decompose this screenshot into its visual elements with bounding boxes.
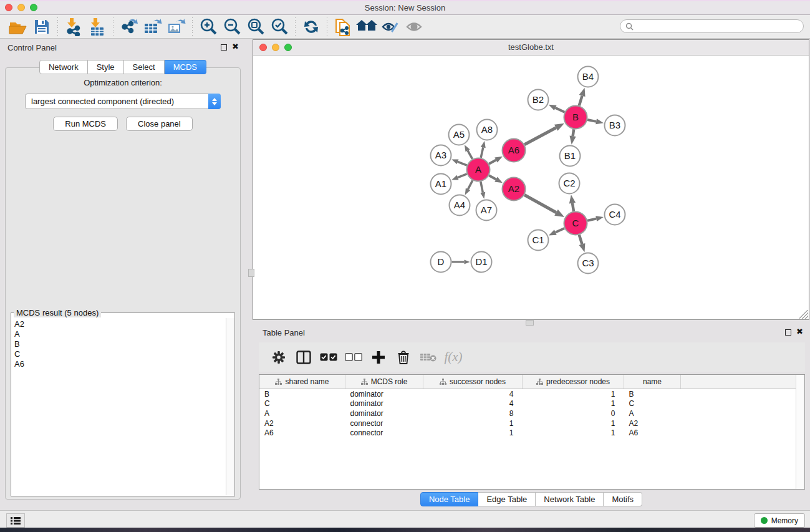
mcds-result-list[interactable]: A2ABCA6 bbox=[12, 318, 226, 495]
tab-network[interactable]: Network bbox=[39, 60, 88, 74]
network-canvas[interactable]: B4B2BB3A8A5A6A3B1AC2A1A2A4A7C4CC1C3DD1 bbox=[253, 55, 809, 319]
cell-name[interactable]: A6 bbox=[624, 428, 681, 438]
cell-predecessor-nodes[interactable]: 1 bbox=[523, 399, 624, 409]
edge-A2-C[interactable] bbox=[524, 195, 556, 212]
edge-B-B3[interactable] bbox=[587, 120, 596, 122]
cell-shared-name[interactable]: C bbox=[259, 399, 345, 409]
delete-table-icon[interactable] bbox=[416, 346, 441, 369]
table-options-gear-icon[interactable] bbox=[266, 346, 291, 369]
search-field[interactable] bbox=[620, 19, 804, 33]
column-header-successor-nodes[interactable]: successor nodes bbox=[423, 375, 523, 389]
cell-shared-name[interactable]: A2 bbox=[259, 418, 345, 428]
result-item[interactable]: C bbox=[14, 349, 226, 359]
cell-predecessor-nodes[interactable]: 1 bbox=[523, 389, 624, 399]
cell-MCDS-role[interactable]: dominator bbox=[345, 409, 423, 418]
cell-successor-nodes[interactable]: 4 bbox=[423, 399, 523, 409]
edge-A-A7[interactable] bbox=[481, 181, 483, 192]
save-session-icon[interactable] bbox=[30, 17, 54, 37]
tab-edge-table[interactable]: Edge Table bbox=[478, 492, 536, 506]
edge-A-A5[interactable] bbox=[468, 150, 473, 159]
cell-successor-nodes[interactable]: 1 bbox=[423, 428, 523, 438]
close-panel-icon[interactable]: ✖ bbox=[232, 42, 239, 51]
zoom-fit-icon[interactable] bbox=[244, 17, 268, 37]
import-network-icon[interactable] bbox=[62, 17, 85, 37]
select-all-columns-icon[interactable] bbox=[316, 346, 341, 369]
cell-name[interactable]: A bbox=[624, 409, 681, 418]
table-row[interactable]: Bdominator41B bbox=[259, 389, 800, 399]
result-item[interactable]: A bbox=[14, 329, 226, 339]
table-row[interactable]: Adominator80A bbox=[259, 409, 800, 418]
edge-C-C2[interactable] bbox=[572, 203, 574, 211]
run-mcds-button[interactable]: Run MCDS bbox=[53, 117, 118, 131]
cell-shared-name[interactable]: B bbox=[259, 389, 345, 399]
close-panel-button[interactable]: Close panel bbox=[126, 117, 193, 131]
table-row[interactable]: Cdominator41C bbox=[259, 399, 800, 409]
cell-shared-name[interactable]: A6 bbox=[259, 428, 345, 438]
edge-B-B4[interactable] bbox=[579, 96, 582, 106]
cell-MCDS-role[interactable]: connector bbox=[345, 428, 423, 438]
home-icon[interactable] bbox=[355, 17, 378, 37]
tab-network-table[interactable]: Network Table bbox=[536, 492, 604, 506]
show-task-history-button[interactable] bbox=[6, 513, 25, 528]
criterion-dropdown[interactable]: largest connected component (directed) bbox=[25, 94, 221, 109]
cell-predecessor-nodes[interactable]: 0 bbox=[523, 409, 624, 418]
zoom-out-icon[interactable] bbox=[220, 17, 244, 37]
cell-MCDS-role[interactable]: dominator bbox=[345, 389, 423, 399]
float-panel-icon[interactable] bbox=[221, 44, 227, 51]
cell-name[interactable]: C bbox=[624, 399, 681, 409]
edge-A-A4[interactable] bbox=[468, 180, 473, 189]
cell-name[interactable]: A2 bbox=[624, 418, 681, 428]
tab-select[interactable]: Select bbox=[124, 60, 165, 74]
node-table[interactable]: shared nameMCDS rolesuccessor nodesprede… bbox=[259, 374, 805, 490]
edge-A-A2[interactable] bbox=[489, 175, 496, 179]
zoom-selected-icon[interactable] bbox=[268, 17, 291, 37]
result-item[interactable]: A2 bbox=[14, 319, 226, 329]
cell-successor-nodes[interactable]: 4 bbox=[423, 389, 523, 399]
tab-mcds[interactable]: MCDS bbox=[165, 60, 206, 74]
show-column-panel-icon[interactable] bbox=[291, 346, 316, 369]
memory-button[interactable]: Memory bbox=[754, 513, 805, 528]
cell-MCDS-role[interactable]: dominator bbox=[345, 399, 423, 409]
cell-successor-nodes[interactable]: 8 bbox=[423, 409, 523, 418]
export-image-icon[interactable] bbox=[165, 17, 188, 37]
table-close-icon[interactable]: ✖ bbox=[796, 327, 803, 336]
column-header-predecessor-nodes[interactable]: predecessor nodes bbox=[523, 375, 624, 389]
import-table-icon[interactable] bbox=[85, 17, 109, 37]
cell-predecessor-nodes[interactable]: 1 bbox=[523, 418, 624, 428]
refresh-icon[interactable] bbox=[299, 17, 323, 37]
network-window-titlebar[interactable]: testGlobe.txt bbox=[253, 40, 809, 56]
edge-A-A1[interactable] bbox=[458, 174, 467, 178]
result-item[interactable]: A6 bbox=[14, 359, 226, 369]
column-header-MCDS-role[interactable]: MCDS role bbox=[345, 375, 423, 389]
column-header-shared-name[interactable]: shared name bbox=[259, 375, 345, 389]
resize-grip-icon[interactable] bbox=[799, 310, 808, 319]
unselect-all-columns-icon[interactable] bbox=[341, 346, 366, 369]
tab-motifs[interactable]: Motifs bbox=[604, 492, 642, 506]
edge-A-A3[interactable] bbox=[458, 162, 467, 165]
create-column-icon[interactable] bbox=[366, 346, 391, 369]
export-network-icon[interactable] bbox=[117, 17, 141, 37]
table-scrollbar[interactable] bbox=[796, 375, 804, 489]
edge-B-B1[interactable] bbox=[573, 129, 574, 136]
cell-shared-name[interactable]: A bbox=[259, 409, 345, 418]
edge-C-C3[interactable] bbox=[579, 235, 582, 244]
zoom-in-icon[interactable] bbox=[196, 17, 220, 37]
clone-network-icon[interactable] bbox=[331, 17, 355, 37]
function-builder-icon[interactable]: f(x) bbox=[441, 346, 466, 369]
export-table-icon[interactable] bbox=[141, 17, 165, 37]
search-input[interactable] bbox=[637, 21, 795, 31]
edge-A-A6[interactable] bbox=[489, 160, 496, 164]
result-list-scrollbar[interactable] bbox=[226, 318, 234, 495]
cell-MCDS-role[interactable]: connector bbox=[345, 418, 423, 428]
result-item[interactable]: B bbox=[14, 339, 226, 349]
table-row[interactable]: A6connector11A6 bbox=[259, 428, 800, 438]
open-file-icon[interactable] bbox=[6, 17, 30, 37]
column-header-name[interactable]: name bbox=[624, 375, 681, 389]
table-row[interactable]: A2connector11A2 bbox=[259, 418, 800, 428]
show-graphics-details-icon[interactable] bbox=[378, 17, 402, 37]
vertical-split-handle[interactable] bbox=[248, 269, 254, 277]
cell-name[interactable]: B bbox=[624, 389, 681, 399]
edge-C-C1[interactable] bbox=[556, 228, 564, 232]
delete-column-icon[interactable] bbox=[391, 346, 416, 369]
edge-A6-B[interactable] bbox=[524, 128, 556, 145]
